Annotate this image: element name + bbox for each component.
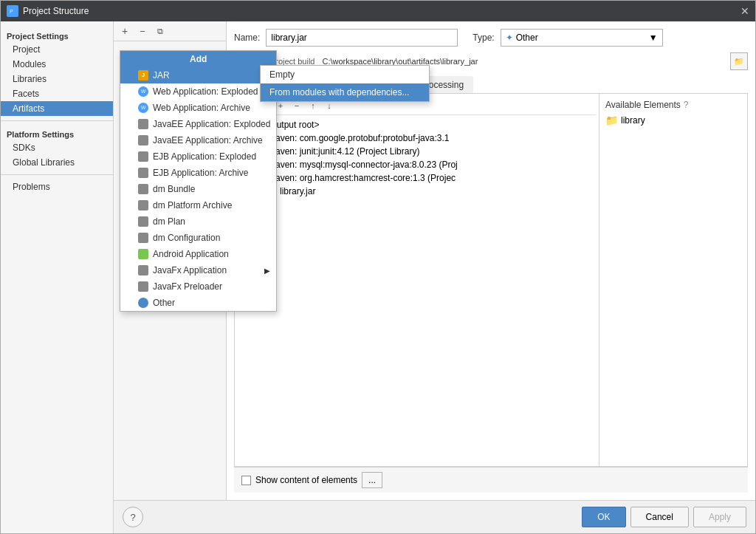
maven4-label: Maven: org.hamcrest:hamcrest-core:1.3 (P…: [268, 173, 456, 183]
dropdown-item-javaee-archive[interactable]: JavaEE Application: Archive: [120, 132, 276, 148]
output-layout-panel: 📁 ≡ + − ↑ ↓ ▼ ◈ <o: [234, 94, 748, 467]
sidebar-divider2: [1, 174, 113, 175]
show-content-checkbox[interactable]: [241, 476, 251, 485]
maven1-label: Maven: com.google.protobuf:protobuf-java…: [268, 133, 449, 143]
artifacts-toolbar: + − ⧉: [114, 21, 226, 41]
jar-icon: J: [138, 70, 148, 81]
close-button[interactable]: ✕: [740, 5, 749, 17]
type-value: Other: [516, 32, 538, 43]
app-icon: P: [7, 5, 18, 17]
sub-dropdown-empty[interactable]: Empty: [261, 66, 429, 83]
sidebar-item-problems[interactable]: Problems: [1, 179, 113, 194]
tree-area: 📁 ≡ + − ↑ ↓ ▼ ◈ <o: [235, 94, 599, 466]
javafx-preloader-icon: [138, 281, 148, 292]
android-icon: [138, 249, 148, 259]
web-exploded-label: Web Application: Exploded: [153, 86, 258, 97]
help-icon: ?: [684, 100, 689, 110]
show-content-label: Show content of elements: [255, 475, 357, 485]
available-item-label: library: [621, 115, 645, 126]
ejb-exploded-icon: [138, 151, 148, 162]
web-archive-label: Web Application: Archive: [153, 103, 250, 113]
sub-dropdown-from-modules[interactable]: From modules with dependencies...: [261, 83, 429, 101]
sidebar-item-libraries[interactable]: Libraries: [1, 72, 113, 86]
javafx-label: JavaFx Application: [153, 265, 227, 275]
cancel-button[interactable]: Cancel: [630, 507, 689, 527]
svg-text:P: P: [10, 9, 13, 14]
dropdown-item-dm-plan[interactable]: dm Plan: [120, 213, 276, 230]
folder-icon: 📁: [605, 114, 618, 126]
dropdown-item-javafx-preloader[interactable]: JavaFx Preloader: [120, 278, 276, 295]
other-icon: [138, 298, 148, 308]
dm-config-label: dm Configuration: [153, 233, 220, 243]
platform-settings-section: Platform Settings: [1, 126, 113, 140]
sidebar-item-artifacts[interactable]: Artifacts: [1, 101, 113, 116]
dropdown-item-javafx[interactable]: JavaFx Application ▶: [120, 262, 276, 278]
dropdown-item-ejb-archive[interactable]: EJB Application: Archive: [120, 165, 276, 181]
web-exploded-icon: W: [138, 86, 148, 97]
maven2-label: Maven: junit:junit:4.12 (Project Library…: [268, 146, 419, 157]
dropdown-item-ejb-exploded[interactable]: EJB Application: Exploded: [120, 148, 276, 165]
sidebar-item-sdks[interactable]: SDKs: [1, 140, 113, 155]
android-label: Android Application: [153, 249, 229, 259]
type-dropdown-arrow: ▼: [649, 32, 658, 43]
project-structure-dialog: P Project Structure ✕ Project Settings P…: [0, 0, 756, 534]
javafx-arrow: ▶: [264, 267, 270, 275]
ejb-exploded-label: EJB Application: Exploded: [153, 151, 256, 162]
dm-plan-icon: [138, 216, 148, 227]
dropdown-item-dm-platform[interactable]: dm Platform Archive: [120, 197, 276, 213]
type-dropdown[interactable]: ✦ Other ▼: [501, 29, 663, 47]
dm-platform-icon: [138, 200, 148, 210]
dropdown-item-android[interactable]: Android Application: [120, 246, 276, 262]
help-button[interactable]: ?: [123, 507, 143, 527]
sub-dropdown: Empty From modules with dependencies...: [260, 65, 430, 102]
tree-node-maven2[interactable]: ▦ Maven: junit:junit:4.12 (Project Libra…: [241, 145, 593, 158]
add-dropdown: Add J JAR W Web Application: Exploded W …: [120, 50, 277, 312]
title-bar: P Project Structure ✕: [1, 1, 755, 21]
dropdown-item-web-archive[interactable]: W Web Application: Archive: [120, 100, 276, 116]
tree-node-library-jar[interactable]: ▶ ◫ library.jar: [241, 185, 593, 198]
dropdown-item-javaee-exploded[interactable]: JavaEE Application: Exploded: [120, 116, 276, 132]
dm-bundle-icon: [138, 184, 148, 194]
sidebar-item-modules[interactable]: Modules: [1, 57, 113, 72]
other-label: Other: [153, 298, 175, 308]
javaee-archive-icon: [138, 135, 148, 146]
available-elements-label: Available Elements: [605, 100, 681, 110]
dropdown-item-dm-config[interactable]: dm Configuration: [120, 230, 276, 246]
javafx-icon: [138, 265, 148, 275]
jar-label: JAR: [153, 70, 170, 81]
apply-button[interactable]: Apply: [693, 507, 746, 527]
project-settings-section: Project Settings: [1, 27, 113, 42]
copy-artifact-button[interactable]: ⧉: [152, 23, 168, 39]
browse-output-path-button[interactable]: 📁: [730, 52, 748, 70]
sidebar-item-facets[interactable]: Facets: [1, 86, 113, 101]
dropdown-item-jar[interactable]: J JAR: [120, 67, 276, 83]
sidebar-divider: [1, 120, 113, 121]
remove-artifact-button[interactable]: −: [134, 23, 151, 39]
sidebar-item-global-libraries[interactable]: Global Libraries: [1, 155, 113, 170]
tree-node-maven4[interactable]: ▦ Maven: org.hamcrest:hamcrest-core:1.3 …: [241, 171, 593, 185]
name-input[interactable]: [266, 29, 458, 47]
dropdown-item-web-exploded[interactable]: W Web Application: Exploded: [120, 83, 276, 100]
type-other-icon: ✦: [506, 32, 513, 43]
dialog-bottom: ? OK Cancel Apply: [114, 500, 755, 533]
javaee-archive-label: JavaEE Application: Archive: [153, 135, 263, 146]
ok-button[interactable]: OK: [582, 507, 625, 527]
dm-plan-label: dm Plan: [153, 216, 185, 227]
dm-platform-label: dm Platform Archive: [153, 200, 232, 210]
bottom-bar: Show content of elements ...: [234, 467, 748, 493]
name-type-row: Name: Type: ✦ Other ▼: [234, 29, 748, 47]
dropdown-item-dm-bundle[interactable]: dm Bundle: [120, 181, 276, 197]
type-label: Type:: [472, 32, 494, 43]
sidebar-item-project[interactable]: Project: [1, 42, 113, 57]
ellipsis-button[interactable]: ...: [362, 472, 382, 488]
available-item-library[interactable]: 📁 library: [602, 113, 744, 128]
tree-node-maven3[interactable]: ▦ Maven: mysql:mysql-connector-java:8.0.…: [241, 158, 593, 171]
maven3-label: Maven: mysql:mysql-connector-java:8.0.23…: [268, 160, 458, 170]
available-elements-header: Available Elements ?: [602, 97, 744, 113]
tree-node-output-root[interactable]: ▼ ◈ <output root>: [241, 118, 593, 131]
add-artifact-button[interactable]: +: [117, 23, 133, 39]
title-bar-text: Project Structure: [23, 6, 740, 16]
tree-nodes: ▼ ◈ <output root> ▦ Maven: com.google.pr…: [238, 115, 596, 201]
dropdown-item-other[interactable]: Other: [120, 295, 276, 311]
tree-node-maven1[interactable]: ▦ Maven: com.google.protobuf:protobuf-ja…: [241, 131, 593, 145]
